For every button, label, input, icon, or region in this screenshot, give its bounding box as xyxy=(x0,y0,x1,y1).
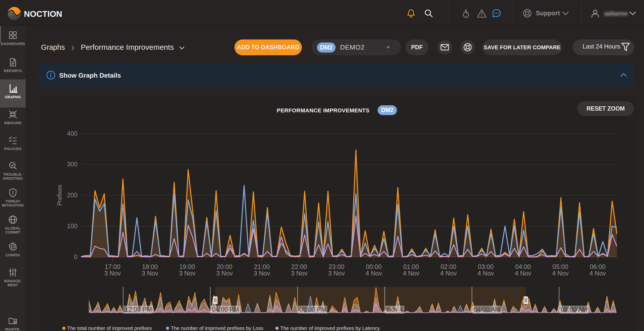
svg-text:18:00: 18:00 xyxy=(142,263,158,270)
svg-text:00:00: 00:00 xyxy=(366,263,382,270)
svg-text:4 Nov: 4 Nov xyxy=(589,270,606,277)
svg-text:3 Nov: 3 Nov xyxy=(142,270,158,277)
svg-text:21:00: 21:00 xyxy=(254,263,270,270)
svg-text:12:00 PM: 12:00 PM xyxy=(125,306,152,313)
svg-text:06:00: 06:00 xyxy=(590,263,606,270)
svg-text:04:00 PM: 04:00 PM xyxy=(212,306,239,313)
svg-text:3 Nov: 3 Nov xyxy=(328,270,345,277)
svg-text:4 Nov: 4 Nov xyxy=(477,270,494,277)
svg-text:02:00: 02:00 xyxy=(440,263,456,270)
svg-text:The number of improved prefixe: The number of improved prefixes by Laten… xyxy=(280,325,380,331)
svg-text:200: 200 xyxy=(67,192,77,199)
svg-text:04:00: 04:00 xyxy=(515,263,531,270)
svg-text:20:00: 20:00 xyxy=(217,263,232,270)
svg-text:23:00: 23:00 xyxy=(329,263,344,270)
svg-text:3 Nov: 3 Nov xyxy=(254,270,270,277)
svg-text:08:00 PM: 08:00 PM xyxy=(299,306,326,313)
svg-text:4 Nov: 4 Nov xyxy=(403,270,420,277)
svg-text:0: 0 xyxy=(74,253,77,260)
svg-text:05:00: 05:00 xyxy=(552,263,568,270)
svg-text:Nov 4: Nov 4 xyxy=(387,306,403,313)
svg-text:Prefixes: Prefixes xyxy=(56,185,63,206)
svg-text:The total number of improved p: The total number of improved prefixes xyxy=(67,325,152,331)
svg-text:19:00: 19:00 xyxy=(179,263,195,270)
svg-text:01:00: 01:00 xyxy=(403,263,419,270)
svg-text:04:00 AM: 04:00 AM xyxy=(474,306,500,313)
svg-text:3 Nov: 3 Nov xyxy=(104,270,121,277)
svg-text:3 Nov: 3 Nov xyxy=(291,270,308,277)
svg-text:4 Nov: 4 Nov xyxy=(366,270,382,277)
svg-text:03:00: 03:00 xyxy=(478,263,494,270)
svg-text:17:00: 17:00 xyxy=(105,263,120,270)
svg-text:The number of improved prefixe: The number of improved prefixes by Loss xyxy=(171,325,263,331)
svg-text:22:00: 22:00 xyxy=(291,263,307,270)
svg-text:3 Nov: 3 Nov xyxy=(179,270,195,277)
svg-text:4 Nov: 4 Nov xyxy=(552,270,569,277)
svg-text:3 Nov: 3 Nov xyxy=(216,270,233,277)
svg-text:400: 400 xyxy=(67,130,77,137)
svg-text:08:00 AM: 08:00 AM xyxy=(561,306,588,313)
svg-text:4 Nov: 4 Nov xyxy=(440,270,457,277)
svg-text:100: 100 xyxy=(67,222,77,229)
svg-text:4 Nov: 4 Nov xyxy=(515,270,532,277)
svg-text:300: 300 xyxy=(67,161,77,168)
